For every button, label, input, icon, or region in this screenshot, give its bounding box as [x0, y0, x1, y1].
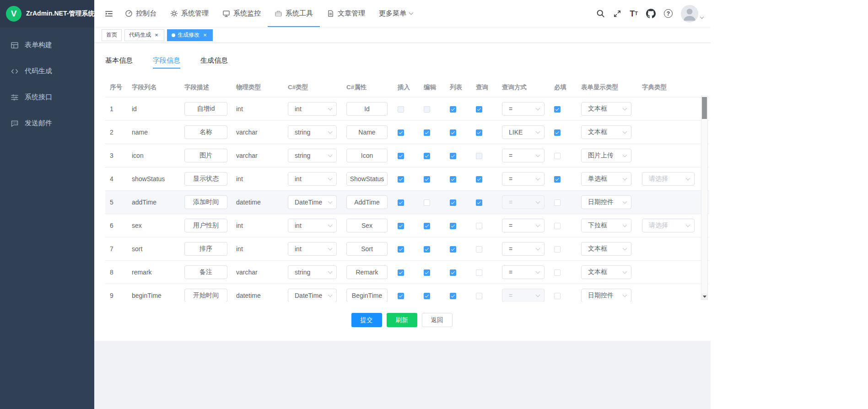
query-mode-select[interactable]: LIKE: [502, 125, 545, 139]
display-type-select[interactable]: 日期控件: [581, 289, 631, 302]
submit-button[interactable]: 提交: [351, 313, 382, 327]
edit-checkbox[interactable]: [424, 199, 430, 206]
description-input[interactable]: [184, 149, 227, 162]
display-type-select[interactable]: 图片上传: [581, 149, 631, 162]
topnav-item-system-tools[interactable]: 系统工具: [268, 0, 320, 27]
description-input[interactable]: [184, 125, 227, 139]
close-icon[interactable]: ×: [202, 32, 208, 38]
cs-property-input[interactable]: [346, 102, 388, 116]
description-input[interactable]: [184, 102, 227, 116]
tab-basic-info[interactable]: 基本信息: [105, 52, 143, 69]
sidebar-item-system-api[interactable]: 系统接口: [0, 84, 94, 110]
display-type-select[interactable]: 日期控件: [581, 195, 631, 209]
query-checkbox[interactable]: [476, 176, 482, 183]
required-checkbox[interactable]: [554, 153, 561, 159]
font-size-button[interactable]: TT: [630, 10, 638, 18]
cs-type-select[interactable]: string: [288, 149, 337, 162]
query-checkbox[interactable]: [476, 293, 482, 299]
required-checkbox[interactable]: [554, 223, 561, 229]
description-input[interactable]: [184, 242, 227, 256]
edit-checkbox[interactable]: [424, 129, 430, 136]
back-button[interactable]: 返回: [422, 313, 453, 327]
query-mode-select[interactable]: =: [502, 172, 545, 186]
display-type-select[interactable]: 文本框: [581, 125, 631, 139]
scrollbar-thumb[interactable]: [702, 97, 707, 119]
list-checkbox[interactable]: [450, 246, 456, 253]
query-mode-select[interactable]: =: [502, 242, 545, 256]
description-input[interactable]: [184, 289, 227, 302]
dict-type-select[interactable]: 请选择: [642, 172, 695, 186]
cs-type-select[interactable]: string: [288, 265, 337, 279]
query-checkbox[interactable]: [476, 106, 482, 113]
insert-checkbox[interactable]: [398, 153, 404, 159]
sidebar-item-form-build[interactable]: 表单构建: [0, 32, 94, 58]
topnav-item-system-monitor[interactable]: 系统监控: [216, 0, 268, 27]
tab-field-info[interactable]: 字段信息: [143, 52, 190, 69]
display-type-select[interactable]: 单选框: [581, 172, 631, 186]
close-icon[interactable]: ×: [153, 32, 160, 38]
tag-code-gen[interactable]: 代码生成 ×: [124, 29, 164, 41]
sidebar-item-send-mail[interactable]: 发送邮件: [0, 110, 94, 136]
github-button[interactable]: [646, 9, 656, 18]
cs-property-input[interactable]: [346, 265, 388, 279]
cs-type-select[interactable]: int: [288, 102, 337, 116]
query-mode-select[interactable]: =: [502, 265, 545, 279]
cs-type-select[interactable]: int: [288, 242, 337, 256]
topnav-item-console[interactable]: 控制台: [118, 0, 163, 27]
insert-checkbox[interactable]: [398, 129, 404, 136]
edit-checkbox[interactable]: [424, 293, 430, 299]
required-checkbox[interactable]: [554, 269, 561, 276]
required-checkbox[interactable]: [554, 106, 561, 113]
query-checkbox[interactable]: [476, 223, 482, 229]
scrollbar-down-button[interactable]: [701, 293, 707, 300]
list-checkbox[interactable]: [450, 176, 456, 183]
insert-checkbox[interactable]: [398, 176, 404, 183]
description-input[interactable]: [184, 265, 227, 279]
insert-checkbox[interactable]: [398, 269, 404, 276]
list-checkbox[interactable]: [450, 293, 456, 299]
display-type-select[interactable]: 下拉框: [581, 219, 631, 232]
cs-property-input[interactable]: [346, 172, 388, 186]
query-checkbox[interactable]: [476, 269, 482, 276]
cs-property-input[interactable]: [346, 219, 388, 232]
topnav-item-system-manage[interactable]: 系统管理: [163, 0, 216, 27]
cs-property-input[interactable]: [346, 149, 388, 162]
required-checkbox[interactable]: [554, 246, 561, 253]
insert-checkbox[interactable]: [398, 293, 404, 299]
table-scrollbar[interactable]: [701, 96, 708, 300]
topnav-item-article-manage[interactable]: 文章管理: [320, 0, 372, 27]
cs-type-select[interactable]: int: [288, 219, 337, 232]
tag-gen-edit[interactable]: 生成修改 ×: [167, 29, 213, 41]
hamburger-button[interactable]: [100, 0, 118, 27]
dict-type-select[interactable]: 请选择: [642, 219, 695, 232]
required-checkbox[interactable]: [554, 293, 561, 299]
cs-type-select[interactable]: DateTime: [288, 195, 337, 209]
edit-checkbox[interactable]: [424, 176, 430, 183]
list-checkbox[interactable]: [450, 153, 456, 159]
insert-checkbox[interactable]: [398, 246, 404, 253]
sidebar-item-code-gen[interactable]: 代码生成: [0, 58, 94, 84]
cs-property-input[interactable]: [346, 195, 388, 209]
help-button[interactable]: ?: [664, 9, 673, 18]
query-mode-select[interactable]: =: [502, 149, 545, 162]
search-button[interactable]: [596, 9, 605, 18]
list-checkbox[interactable]: [450, 129, 456, 136]
edit-checkbox[interactable]: [424, 269, 430, 276]
query-checkbox[interactable]: [476, 129, 482, 136]
cs-type-select[interactable]: string: [288, 125, 337, 139]
cs-type-select[interactable]: int: [288, 172, 337, 186]
query-mode-select[interactable]: =: [502, 219, 545, 232]
required-checkbox[interactable]: [554, 129, 561, 136]
cs-type-select[interactable]: DateTime: [288, 289, 337, 302]
cs-property-input[interactable]: [346, 289, 388, 302]
required-checkbox[interactable]: [554, 176, 561, 183]
refresh-button[interactable]: 刷新: [387, 313, 417, 327]
tab-gen-info[interactable]: 生成信息: [190, 52, 238, 69]
query-checkbox[interactable]: [476, 246, 482, 253]
insert-checkbox[interactable]: [398, 199, 404, 206]
description-input[interactable]: [184, 219, 227, 232]
description-input[interactable]: [184, 172, 227, 186]
list-checkbox[interactable]: [450, 106, 456, 113]
edit-checkbox[interactable]: [424, 153, 430, 159]
query-checkbox[interactable]: [476, 199, 482, 206]
